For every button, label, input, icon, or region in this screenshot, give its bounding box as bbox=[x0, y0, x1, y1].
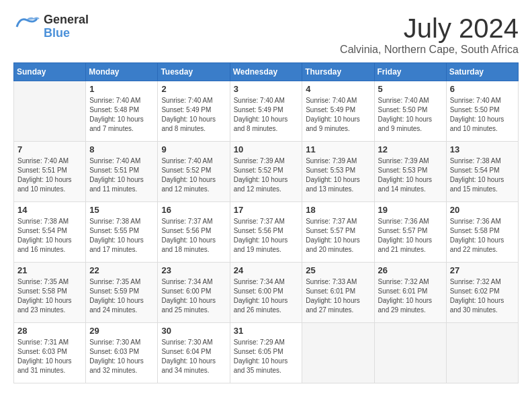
day-number: 17 bbox=[234, 205, 299, 215]
day-info: Sunrise: 7:34 AM Sunset: 6:00 PM Dayligh… bbox=[161, 277, 226, 315]
day-info: Sunrise: 7:36 AM Sunset: 5:58 PM Dayligh… bbox=[450, 217, 515, 255]
calendar-cell: 19Sunrise: 7:36 AM Sunset: 5:57 PM Dayli… bbox=[374, 202, 446, 263]
location-subtitle: Calvinia, Northern Cape, South Africa bbox=[340, 44, 519, 56]
day-info: Sunrise: 7:40 AM Sunset: 5:50 PM Dayligh… bbox=[378, 96, 443, 134]
header-tuesday: Tuesday bbox=[158, 63, 230, 81]
calendar-cell: 29Sunrise: 7:30 AM Sunset: 6:03 PM Dayli… bbox=[86, 323, 158, 383]
week-row-5: 28Sunrise: 7:31 AM Sunset: 6:03 PM Dayli… bbox=[14, 323, 519, 383]
calendar-cell: 21Sunrise: 7:35 AM Sunset: 5:58 PM Dayli… bbox=[14, 263, 86, 323]
header-sunday: Sunday bbox=[14, 63, 86, 81]
day-number: 10 bbox=[234, 144, 299, 154]
header-thursday: Thursday bbox=[302, 63, 374, 81]
calendar-cell: 6Sunrise: 7:40 AM Sunset: 5:50 PM Daylig… bbox=[446, 81, 518, 142]
day-number: 12 bbox=[378, 144, 443, 154]
day-info: Sunrise: 7:32 AM Sunset: 6:01 PM Dayligh… bbox=[378, 277, 443, 315]
calendar-cell: 11Sunrise: 7:39 AM Sunset: 5:53 PM Dayli… bbox=[302, 142, 374, 202]
day-number: 26 bbox=[378, 265, 443, 275]
day-info: Sunrise: 7:39 AM Sunset: 5:52 PM Dayligh… bbox=[234, 156, 299, 194]
day-number: 21 bbox=[17, 265, 82, 275]
calendar-cell: 4Sunrise: 7:40 AM Sunset: 5:49 PM Daylig… bbox=[302, 81, 374, 142]
day-info: Sunrise: 7:40 AM Sunset: 5:50 PM Dayligh… bbox=[450, 96, 515, 134]
calendar-cell: 8Sunrise: 7:40 AM Sunset: 5:51 PM Daylig… bbox=[86, 142, 158, 202]
day-number: 13 bbox=[450, 144, 515, 154]
day-number: 19 bbox=[378, 205, 443, 215]
day-info: Sunrise: 7:40 AM Sunset: 5:51 PM Dayligh… bbox=[89, 156, 154, 194]
day-info: Sunrise: 7:40 AM Sunset: 5:49 PM Dayligh… bbox=[234, 96, 299, 134]
calendar-table: Sunday Monday Tuesday Wednesday Thursday… bbox=[13, 62, 519, 383]
day-number: 16 bbox=[161, 205, 226, 215]
calendar-cell: 7Sunrise: 7:40 AM Sunset: 5:51 PM Daylig… bbox=[14, 142, 86, 202]
calendar-cell bbox=[374, 323, 446, 383]
day-number: 22 bbox=[89, 265, 154, 275]
day-number: 1 bbox=[89, 84, 154, 94]
calendar-cell: 14Sunrise: 7:38 AM Sunset: 5:54 PM Dayli… bbox=[14, 202, 86, 263]
logo-icon bbox=[13, 13, 40, 40]
day-number: 29 bbox=[89, 326, 154, 336]
calendar-cell: 20Sunrise: 7:36 AM Sunset: 5:58 PM Dayli… bbox=[446, 202, 518, 263]
calendar-cell bbox=[446, 323, 518, 383]
day-number: 30 bbox=[161, 326, 226, 336]
day-info: Sunrise: 7:36 AM Sunset: 5:57 PM Dayligh… bbox=[378, 217, 443, 255]
calendar-cell: 18Sunrise: 7:37 AM Sunset: 5:57 PM Dayli… bbox=[302, 202, 374, 263]
calendar-cell: 2Sunrise: 7:40 AM Sunset: 5:49 PM Daylig… bbox=[158, 81, 230, 142]
day-info: Sunrise: 7:35 AM Sunset: 5:59 PM Dayligh… bbox=[89, 277, 154, 315]
calendar-cell: 9Sunrise: 7:40 AM Sunset: 5:52 PM Daylig… bbox=[158, 142, 230, 202]
day-info: Sunrise: 7:29 AM Sunset: 6:05 PM Dayligh… bbox=[234, 338, 299, 375]
calendar-cell: 31Sunrise: 7:29 AM Sunset: 6:05 PM Dayli… bbox=[230, 323, 302, 383]
title-area: July 2024 Calvinia, Northern Cape, South… bbox=[340, 13, 519, 56]
day-number: 25 bbox=[306, 265, 370, 275]
day-info: Sunrise: 7:38 AM Sunset: 5:54 PM Dayligh… bbox=[17, 217, 82, 255]
day-info: Sunrise: 7:37 AM Sunset: 5:56 PM Dayligh… bbox=[161, 217, 226, 255]
week-row-2: 7Sunrise: 7:40 AM Sunset: 5:51 PM Daylig… bbox=[14, 142, 519, 202]
calendar-cell: 3Sunrise: 7:40 AM Sunset: 5:49 PM Daylig… bbox=[230, 81, 302, 142]
day-info: Sunrise: 7:37 AM Sunset: 5:56 PM Dayligh… bbox=[234, 217, 299, 255]
calendar-cell: 26Sunrise: 7:32 AM Sunset: 6:01 PM Dayli… bbox=[374, 263, 446, 323]
day-info: Sunrise: 7:40 AM Sunset: 5:49 PM Dayligh… bbox=[306, 96, 370, 134]
calendar-cell: 23Sunrise: 7:34 AM Sunset: 6:00 PM Dayli… bbox=[158, 263, 230, 323]
month-year-title: July 2024 bbox=[340, 13, 519, 44]
calendar-cell: 5Sunrise: 7:40 AM Sunset: 5:50 PM Daylig… bbox=[374, 81, 446, 142]
logo-text: General Blue bbox=[44, 13, 89, 40]
calendar-cell bbox=[302, 323, 374, 383]
calendar-cell: 22Sunrise: 7:35 AM Sunset: 5:59 PM Dayli… bbox=[86, 263, 158, 323]
calendar-cell: 10Sunrise: 7:39 AM Sunset: 5:52 PM Dayli… bbox=[230, 142, 302, 202]
day-number: 3 bbox=[234, 84, 299, 94]
day-number: 28 bbox=[17, 326, 82, 336]
week-row-3: 14Sunrise: 7:38 AM Sunset: 5:54 PM Dayli… bbox=[14, 202, 519, 263]
day-info: Sunrise: 7:31 AM Sunset: 6:03 PM Dayligh… bbox=[17, 338, 82, 375]
day-info: Sunrise: 7:39 AM Sunset: 5:53 PM Dayligh… bbox=[306, 156, 370, 194]
logo-general: General bbox=[44, 13, 89, 27]
day-number: 2 bbox=[161, 84, 226, 94]
calendar-cell: 17Sunrise: 7:37 AM Sunset: 5:56 PM Dayli… bbox=[230, 202, 302, 263]
calendar-cell: 24Sunrise: 7:34 AM Sunset: 6:00 PM Dayli… bbox=[230, 263, 302, 323]
header-saturday: Saturday bbox=[446, 63, 518, 81]
day-number: 7 bbox=[17, 144, 82, 154]
day-info: Sunrise: 7:30 AM Sunset: 6:03 PM Dayligh… bbox=[89, 338, 154, 375]
day-info: Sunrise: 7:34 AM Sunset: 6:00 PM Dayligh… bbox=[234, 277, 299, 315]
day-number: 14 bbox=[17, 205, 82, 215]
day-number: 9 bbox=[161, 144, 226, 154]
day-number: 27 bbox=[450, 265, 515, 275]
calendar-cell: 13Sunrise: 7:38 AM Sunset: 5:54 PM Dayli… bbox=[446, 142, 518, 202]
header-monday: Monday bbox=[86, 63, 158, 81]
calendar-cell: 12Sunrise: 7:39 AM Sunset: 5:53 PM Dayli… bbox=[374, 142, 446, 202]
page-header: General Blue July 2024 Calvinia, Norther… bbox=[13, 13, 519, 56]
day-number: 6 bbox=[450, 84, 515, 94]
day-info: Sunrise: 7:30 AM Sunset: 6:04 PM Dayligh… bbox=[161, 338, 226, 375]
day-number: 24 bbox=[234, 265, 299, 275]
day-info: Sunrise: 7:33 AM Sunset: 6:01 PM Dayligh… bbox=[306, 277, 370, 315]
calendar-cell: 16Sunrise: 7:37 AM Sunset: 5:56 PM Dayli… bbox=[158, 202, 230, 263]
day-info: Sunrise: 7:39 AM Sunset: 5:53 PM Dayligh… bbox=[378, 156, 443, 194]
day-info: Sunrise: 7:40 AM Sunset: 5:49 PM Dayligh… bbox=[161, 96, 226, 134]
week-row-1: 1Sunrise: 7:40 AM Sunset: 5:48 PM Daylig… bbox=[14, 81, 519, 142]
calendar-cell bbox=[14, 81, 86, 142]
day-info: Sunrise: 7:32 AM Sunset: 6:02 PM Dayligh… bbox=[450, 277, 515, 315]
calendar-cell: 15Sunrise: 7:38 AM Sunset: 5:55 PM Dayli… bbox=[86, 202, 158, 263]
day-number: 31 bbox=[234, 326, 299, 336]
day-info: Sunrise: 7:35 AM Sunset: 5:58 PM Dayligh… bbox=[17, 277, 82, 315]
day-info: Sunrise: 7:38 AM Sunset: 5:55 PM Dayligh… bbox=[89, 217, 154, 255]
logo: General Blue bbox=[13, 13, 89, 40]
day-info: Sunrise: 7:40 AM Sunset: 5:51 PM Dayligh… bbox=[17, 156, 82, 194]
day-number: 20 bbox=[450, 205, 515, 215]
day-number: 8 bbox=[89, 144, 154, 154]
